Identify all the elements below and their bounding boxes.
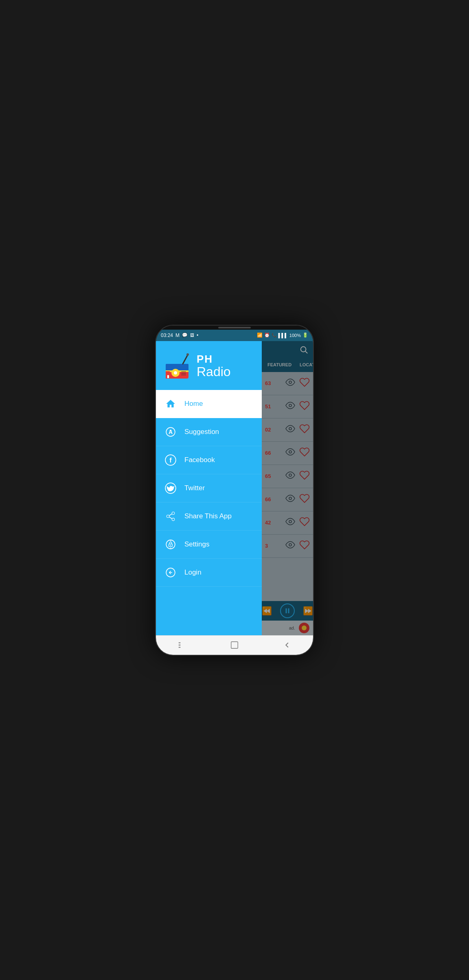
messenger-icon: 💬	[182, 333, 188, 338]
facebook-icon: f	[164, 454, 177, 467]
status-bar: 03:24 M 💬 🖼 • 📶 ⏰ 📞 ▌▌▌ 100% 🔋	[156, 330, 313, 341]
settings-icon	[164, 538, 177, 551]
sidebar-item-home[interactable]: Home	[156, 390, 262, 418]
sidebar-item-suggestion[interactable]: A Suggestion	[156, 418, 262, 446]
sidebar-item-twitter[interactable]: Twitter	[156, 474, 262, 502]
suggestion-icon: A	[164, 425, 177, 438]
phone-frame: 03:24 M 💬 🖼 • 📶 ⏰ 📞 ▌▌▌ 100% 🔋	[155, 325, 314, 656]
svg-point-26	[170, 547, 171, 548]
bottom-navigation	[156, 635, 313, 655]
suggestion-label: Suggestion	[184, 428, 219, 436]
status-right: 📶 ⏰ 📞 ▌▌▌ 100% 🔋	[257, 333, 308, 338]
app-logo-icon: ▐▌	[162, 352, 192, 381]
svg-point-17	[172, 512, 175, 515]
svg-text:f: f	[169, 456, 172, 463]
sidebar-item-login[interactable]: Login	[156, 559, 262, 587]
svg-line-20	[169, 513, 172, 515]
screen: 03:24 M 💬 🖼 • 📶 ⏰ 📞 ▌▌▌ 100% 🔋	[156, 330, 313, 635]
svg-point-6	[174, 371, 177, 374]
logo-line1: PH	[197, 353, 231, 365]
notch-pill	[218, 327, 251, 328]
sidebar-item-share[interactable]: Share This App	[156, 502, 262, 531]
login-icon	[164, 566, 177, 579]
svg-rect-7	[181, 371, 186, 372]
sidebar-header: ▐▌ PH Radio	[156, 341, 262, 390]
svg-rect-8	[181, 373, 186, 374]
home-icon	[164, 397, 177, 410]
svg-point-25	[170, 540, 171, 541]
svg-point-4	[186, 353, 189, 356]
overlay-dim	[262, 341, 313, 635]
call-icon: 📞	[272, 333, 276, 337]
wifi-icon: 📶	[257, 333, 263, 338]
battery-icon: 🔋	[302, 333, 308, 338]
svg-line-3	[183, 355, 188, 364]
svg-text:▐▌: ▐▌	[167, 375, 170, 378]
nav-items-list: Home A Suggestion	[156, 390, 262, 635]
svg-rect-45	[231, 642, 238, 649]
status-left: 03:24 M 💬 🖼 •	[161, 333, 198, 338]
facebook-label: Facebook	[184, 456, 215, 464]
share-label: Share This App	[184, 512, 232, 520]
svg-point-18	[167, 515, 169, 518]
login-label: Login	[184, 568, 202, 577]
menu-button[interactable]	[173, 636, 191, 654]
logo-text: PH Radio	[197, 353, 231, 379]
signal-icon: ▌▌▌	[278, 333, 287, 338]
mail-icon: M	[175, 333, 180, 338]
sidebar-item-facebook[interactable]: f Facebook	[156, 446, 262, 474]
back-button[interactable]	[278, 636, 296, 654]
sidebar-item-settings[interactable]: Settings	[156, 531, 262, 559]
share-icon	[164, 510, 177, 523]
logo-line2: Radio	[197, 365, 231, 379]
settings-label: Settings	[184, 540, 209, 548]
gallery-icon: 🖼	[190, 333, 194, 337]
twitter-icon	[164, 482, 177, 495]
main-content: FEATURED LOCATION 63	[262, 341, 313, 635]
time-display: 03:24	[161, 333, 173, 338]
svg-point-19	[172, 518, 175, 521]
sidebar-drawer: ▐▌ PH Radio	[156, 341, 262, 635]
battery-percent: 100%	[289, 333, 301, 338]
dot-icon: •	[197, 333, 198, 338]
home-button[interactable]	[226, 636, 243, 654]
svg-line-21	[169, 517, 172, 519]
home-label: Home	[184, 400, 203, 408]
app-container: ▐▌ PH Radio	[156, 341, 313, 635]
svg-point-24	[170, 545, 171, 546]
alarm-icon: ⏰	[264, 333, 270, 338]
svg-rect-9	[181, 374, 186, 375]
notch-bar	[156, 326, 313, 330]
twitter-label: Twitter	[184, 484, 205, 492]
